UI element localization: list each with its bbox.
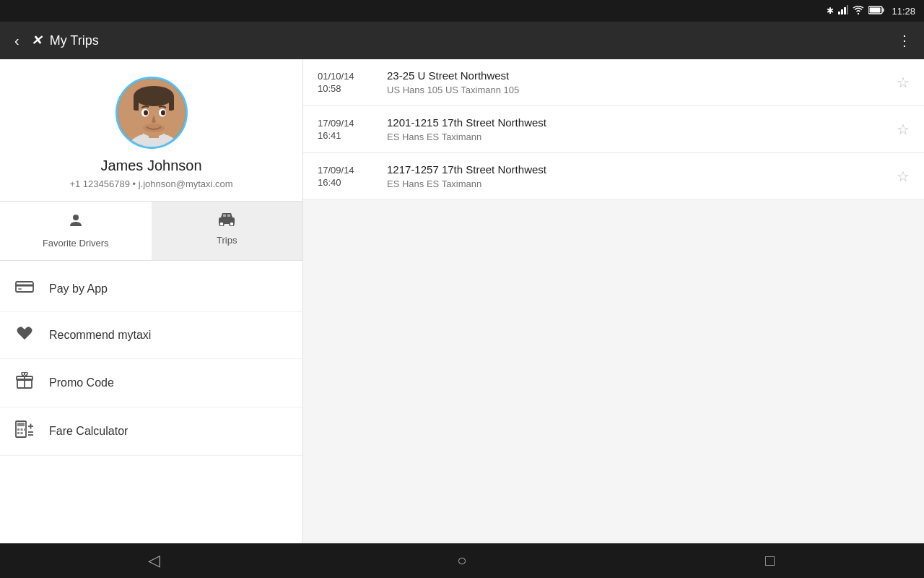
fare-calculator-label: Fare Calculator xyxy=(49,425,128,438)
app-bar: ‹ ✕ My Trips ⋮ xyxy=(0,22,924,59)
svg-rect-30 xyxy=(18,288,22,290)
tab-trips[interactable]: Trips xyxy=(152,202,303,260)
avatar-image xyxy=(118,79,186,147)
svg-point-21 xyxy=(143,124,165,132)
menu-item-fare-calculator[interactable]: Fare Calculator xyxy=(0,407,302,456)
trip-date-main: 17/09/14 xyxy=(318,118,375,129)
trip-star-button[interactable]: ☆ xyxy=(897,168,910,185)
menu-items: Pay by App Recommend mytaxi xyxy=(0,261,302,462)
tab-trips-label: Trips xyxy=(217,235,237,246)
svg-point-19 xyxy=(130,110,137,120)
svg-point-24 xyxy=(219,222,224,226)
tab-favorite-drivers[interactable]: Favorite Drivers xyxy=(0,202,152,260)
trip-driver: US Hans 105 US Taximann 105 xyxy=(387,85,885,95)
trip-date-time: 16:41 xyxy=(318,130,375,141)
trip-address: 1201-1215 17th Street Northwest xyxy=(387,116,885,129)
sidebar: James Johnson +1 123456789 • j.johnson@m… xyxy=(0,59,303,578)
svg-rect-40 xyxy=(21,432,23,434)
nav-back-button[interactable]: ◁ xyxy=(132,546,175,575)
trip-item[interactable]: 17/09/14 16:40 1217-1257 17th Street Nor… xyxy=(303,153,924,200)
promo-code-label: Promo Code xyxy=(49,376,114,389)
svg-rect-29 xyxy=(16,285,33,287)
status-bar: ✱ 11:28 xyxy=(0,0,924,22)
heart-icon xyxy=(14,325,35,345)
trip-driver: ES Hans ES Taximann xyxy=(387,131,885,142)
svg-point-17 xyxy=(144,111,148,116)
menu-item-promo-code[interactable]: Promo Code xyxy=(0,359,302,407)
trip-address: 1217-1257 17th Street Northwest xyxy=(387,163,885,176)
menu-item-recommend-mytaxi[interactable]: Recommend mytaxi xyxy=(0,312,302,359)
trip-date: 17/09/14 16:40 xyxy=(318,165,375,188)
svg-rect-3 xyxy=(847,5,848,14)
svg-point-12 xyxy=(134,86,174,106)
nav-home-button[interactable]: ○ xyxy=(440,546,484,575)
back-button[interactable]: ‹ xyxy=(12,30,22,52)
wifi-icon xyxy=(853,6,864,17)
time-display: 11:28 xyxy=(892,6,915,17)
bluetooth-icon: ✱ xyxy=(827,6,834,16)
menu-item-pay-by-app[interactable]: Pay by App xyxy=(0,267,302,312)
person-icon xyxy=(67,212,84,233)
gift-icon xyxy=(14,372,35,394)
trip-date-time: 10:58 xyxy=(318,83,375,94)
app-logo: ✕ xyxy=(31,33,41,48)
trip-date-main: 17/09/14 xyxy=(318,165,375,176)
trip-details: 1201-1215 17th Street Northwest ES Hans … xyxy=(375,116,897,142)
svg-rect-13 xyxy=(134,96,139,111)
svg-rect-6 xyxy=(883,8,884,12)
recommend-mytaxi-label: Recommend mytaxi xyxy=(49,329,151,342)
svg-rect-14 xyxy=(169,96,174,111)
svg-rect-27 xyxy=(227,215,230,217)
signal-icon xyxy=(838,5,848,17)
page-title: My Trips xyxy=(50,33,889,48)
bottom-nav: ◁ ○ □ xyxy=(0,543,924,578)
svg-rect-37 xyxy=(21,428,23,431)
svg-rect-5 xyxy=(870,7,881,12)
svg-rect-35 xyxy=(17,423,25,426)
svg-rect-26 xyxy=(223,215,226,217)
trip-date-time: 16:40 xyxy=(318,177,375,188)
trip-details: 23-25 U Street Northwest US Hans 105 US … xyxy=(375,69,897,95)
pay-by-app-label: Pay by App xyxy=(49,282,108,296)
pay-app-icon xyxy=(14,280,35,298)
fare-calc-icon xyxy=(14,420,35,442)
trip-details: 1217-1257 17th Street Northwest ES Hans … xyxy=(375,163,897,189)
svg-rect-38 xyxy=(24,428,26,431)
profile-section: James Johnson +1 123456789 • j.johnson@m… xyxy=(0,59,302,202)
svg-rect-2 xyxy=(844,7,846,14)
svg-point-20 xyxy=(170,110,178,120)
trip-star-button[interactable]: ☆ xyxy=(897,74,910,91)
trip-address: 23-25 U Street Northwest xyxy=(387,69,885,82)
trip-date-main: 01/10/14 xyxy=(318,71,375,82)
svg-rect-36 xyxy=(17,428,19,431)
svg-point-25 xyxy=(230,222,234,226)
avatar xyxy=(116,77,188,149)
trip-item[interactable]: 01/10/14 10:58 23-25 U Street Northwest … xyxy=(303,59,924,106)
more-menu-button[interactable]: ⋮ xyxy=(897,32,912,49)
svg-rect-1 xyxy=(841,9,843,14)
svg-point-22 xyxy=(73,215,79,220)
svg-rect-0 xyxy=(838,12,840,14)
trip-star-button[interactable]: ☆ xyxy=(897,121,910,138)
car-icon xyxy=(217,212,237,230)
trip-date: 01/10/14 10:58 xyxy=(318,71,375,94)
svg-rect-28 xyxy=(16,282,33,292)
tabs-container: Favorite Drivers Trips xyxy=(0,202,302,261)
nav-recents-button[interactable]: □ xyxy=(749,546,792,575)
tab-favorite-drivers-label: Favorite Drivers xyxy=(43,238,109,249)
user-name: James Johnson xyxy=(100,158,201,174)
trip-date: 17/09/14 16:41 xyxy=(318,118,375,141)
trip-item[interactable]: 17/09/14 16:41 1201-1215 17th Street Nor… xyxy=(303,106,924,153)
svg-point-18 xyxy=(161,111,165,116)
battery-icon xyxy=(868,6,884,17)
user-contact-info: +1 123456789 • j.johnson@mytaxi.com xyxy=(69,178,232,189)
trips-panel: 01/10/14 10:58 23-25 U Street Northwest … xyxy=(303,59,924,578)
trip-driver: ES Hans ES Taximann xyxy=(387,178,885,189)
svg-rect-39 xyxy=(17,432,19,434)
main-layout: James Johnson +1 123456789 • j.johnson@m… xyxy=(0,59,924,578)
